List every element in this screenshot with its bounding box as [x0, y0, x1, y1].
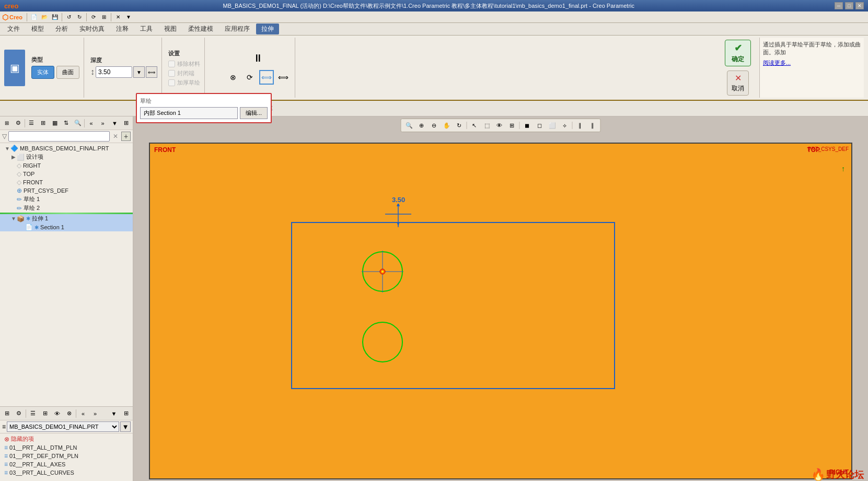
vt-hidden-lines[interactable]: ⬜: [547, 120, 558, 131]
tree-item-right[interactable]: ◇ RIGHT: [0, 161, 133, 170]
menu-apps[interactable]: 应用程序: [219, 24, 255, 34]
vt-zoom-fit[interactable]: 🔍: [403, 120, 415, 131]
layer-def-dtm[interactable]: ≡ 01__PRT_DEF_DTM_PLN: [0, 452, 133, 460]
extrude-icon: ▣: [10, 62, 20, 74]
undo-btn[interactable]: ↺: [64, 13, 74, 22]
solid-type-btn[interactable]: 实体: [31, 66, 54, 79]
close-btn[interactable]: ✕: [855, 2, 864, 9]
tree-list-btn[interactable]: ☰: [26, 118, 37, 128]
menu-simulation[interactable]: 实时仿真: [74, 24, 110, 34]
layer-gear-btn[interactable]: ⚙: [13, 408, 25, 419]
menu-extrude[interactable]: 拉伸: [256, 24, 279, 34]
open-btn[interactable]: 📂: [40, 13, 49, 22]
layer-prt-dtm[interactable]: ≡ 01__PRT_ALL_DTM_PLN: [0, 443, 133, 452]
vt-wireframe[interactable]: ◻: [534, 120, 546, 131]
layer-selector[interactable]: MB_BASICS_DEMO1_FINAL.PRT: [7, 421, 119, 432]
layer-hide-btn[interactable]: ⊗: [63, 408, 75, 419]
tree-filter-btn[interactable]: 🔍: [72, 118, 83, 128]
mirror-btn[interactable]: ⟺: [259, 70, 274, 85]
cancel-button[interactable]: ✕ 取消: [727, 71, 749, 96]
regenerate-btn[interactable]: ⟳: [89, 13, 98, 22]
minimize-btn[interactable]: ─: [835, 2, 843, 9]
tree-gear-btn[interactable]: ⚙: [13, 118, 24, 128]
sketch-panel-label: 草绘: [140, 97, 268, 105]
depth-dropdown-btn[interactable]: ▼: [133, 66, 145, 78]
filter-add-btn[interactable]: +: [121, 132, 131, 141]
tree-item-extrude1[interactable]: ▼ 📦 ✱ 拉伸 1: [0, 214, 133, 223]
layer-next-btn[interactable]: »: [89, 408, 101, 419]
vt-select[interactable]: ↖: [469, 120, 480, 131]
new-btn[interactable]: 📄: [29, 13, 39, 22]
ok-button[interactable]: ✔ 确定: [725, 40, 751, 66]
help-link[interactable]: 阅读更多...: [763, 60, 791, 66]
layer-prev-btn[interactable]: «: [77, 408, 89, 419]
menu-file[interactable]: 文件: [2, 24, 25, 34]
tree-item-sketch2[interactable]: ✏ 草绘 2: [0, 204, 133, 213]
tree-item-prt[interactable]: ⊕ PRT_CSYS_DEF: [0, 186, 133, 195]
sketch1-label: 草绘 1: [24, 195, 40, 203]
vt-pan[interactable]: ✋: [441, 120, 453, 131]
vt-orient1[interactable]: ∥: [574, 120, 586, 131]
tree-sort-btn[interactable]: ⇅: [61, 118, 72, 128]
layer-axes[interactable]: ≡ 02__PRT_ALL_AXES: [0, 460, 133, 468]
vt-zoom-out[interactable]: ⊖: [429, 120, 440, 131]
save-btn[interactable]: 💾: [50, 13, 60, 22]
layer-grid-btn[interactable]: ⊞: [39, 408, 51, 419]
tree-settings-btn[interactable]: ⊞: [1, 118, 12, 128]
flip-btn[interactable]: ⟳: [242, 70, 257, 85]
layer-expand-btn[interactable]: ⊞: [120, 408, 132, 419]
close-end-label: 封闭端: [177, 69, 194, 77]
tree-item-design[interactable]: ▶ ⬜ 设计项: [0, 152, 133, 161]
tree-item-top[interactable]: ◇ TOP: [0, 170, 133, 178]
window-controls[interactable]: ─ □ ✕: [835, 2, 864, 9]
maximize-btn[interactable]: □: [845, 2, 853, 9]
sketch-edit-button[interactable]: 编辑...: [240, 107, 268, 119]
menu-flexible[interactable]: 柔性建模: [183, 24, 218, 34]
tree-item-sketch1[interactable]: ✏ 草绘 1: [0, 195, 133, 204]
vt-view-manager[interactable]: ⊞: [506, 120, 518, 131]
menu-annotation[interactable]: 注释: [111, 24, 134, 34]
stop-btn[interactable]: ⊗: [226, 70, 240, 85]
layer-collapse-btn[interactable]: ▼: [108, 408, 120, 419]
depth-flip-btn[interactable]: ⟺: [146, 66, 157, 78]
layer-select-btn[interactable]: ▼: [120, 421, 131, 432]
tree-collapse-btn[interactable]: ▼: [109, 118, 120, 128]
tree-root[interactable]: ▼ 🔷 MB_BASICS_DEMO1_FINAL.PRT: [0, 144, 133, 152]
dropdown-btn[interactable]: ▼: [124, 13, 133, 22]
menu-view[interactable]: 视图: [159, 24, 182, 34]
vt-box-zoom[interactable]: ⬚: [481, 120, 493, 131]
vt-rotate[interactable]: ↻: [454, 120, 465, 131]
vt-named-views[interactable]: 👁: [494, 120, 505, 131]
redo-btn[interactable]: ↻: [75, 13, 84, 22]
filter-clear-btn[interactable]: ✕: [111, 132, 120, 140]
tree-grid-btn[interactable]: ⊞: [38, 118, 49, 128]
view-btn[interactable]: ⟺: [276, 70, 291, 85]
ribbon-content: ▣ 类型 实体 曲面 深度 ↕: [0, 36, 868, 100]
tree-item-front[interactable]: ◇ FRONT: [0, 178, 133, 186]
pause-btn[interactable]: ⏸: [251, 51, 265, 66]
depth-input[interactable]: [96, 66, 132, 78]
vt-zoom-in[interactable]: ⊕: [416, 120, 427, 131]
layer-settings-btn[interactable]: ⊞: [1, 408, 13, 419]
circle-2-inactive: [359, 319, 406, 366]
surface-type-btn[interactable]: 曲面: [56, 66, 79, 79]
tree-item-section1[interactable]: 📄 ✱ Section 1: [0, 223, 133, 231]
tree-prev-btn[interactable]: «: [86, 118, 97, 128]
toolbar-separator2: [62, 13, 62, 21]
close-window-btn[interactable]: ✕: [113, 13, 123, 22]
tree-next-btn[interactable]: »: [97, 118, 108, 128]
tree-expand-btn[interactable]: ⊞: [121, 118, 132, 128]
vt-orient2[interactable]: ∥: [587, 120, 598, 131]
vt-perspective[interactable]: ⟡: [559, 120, 571, 131]
switch-window-btn[interactable]: ⊞: [99, 13, 109, 22]
menu-tools[interactable]: 工具: [135, 24, 158, 34]
menu-analysis[interactable]: 分析: [50, 24, 73, 34]
layer-hidden[interactable]: ⊗ 隐藏的项: [0, 435, 133, 443]
menu-model[interactable]: 模型: [26, 24, 49, 34]
layer-curves[interactable]: ≡ 03__PRT_ALL_CURVES: [0, 468, 133, 477]
vt-shading[interactable]: ◼: [522, 120, 533, 131]
layer-list-btn[interactable]: ☰: [27, 408, 39, 419]
tree-table-btn[interactable]: ▦: [49, 118, 60, 128]
layer-show-btn[interactable]: 👁: [51, 408, 63, 419]
filter-input[interactable]: [8, 131, 110, 142]
